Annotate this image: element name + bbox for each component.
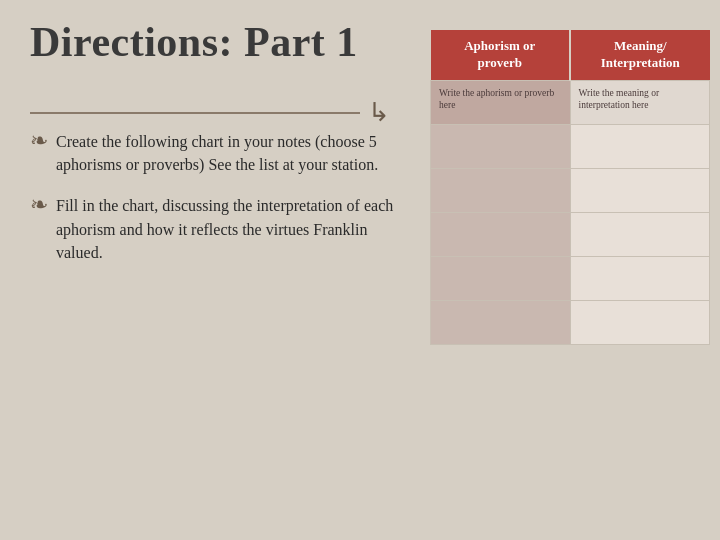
cell-meaning-2 xyxy=(570,124,710,168)
slide: Directions: Part 1 ↳︎ ❧ Create the follo… xyxy=(0,0,720,540)
cell-aphorism-2 xyxy=(431,124,571,168)
cell-aphorism-4 xyxy=(431,212,571,256)
cell-meaning-1: Write the meaning or interpretation here xyxy=(570,80,710,124)
bullet-item-1: ❧ Create the following chart in your not… xyxy=(20,130,410,176)
cell-meaning-6 xyxy=(570,300,710,344)
table-container: Aphorism or proverb Meaning/ Interpretat… xyxy=(430,30,710,345)
divider-line xyxy=(30,112,360,114)
table-header-row: Aphorism or proverb Meaning/ Interpretat… xyxy=(431,30,710,80)
bullet-item-2: ❧ Fill in the chart, discussing the inte… xyxy=(20,194,410,264)
cell-aphorism-5 xyxy=(431,256,571,300)
table-row xyxy=(431,124,710,168)
curl-symbol: ↳︎ xyxy=(368,100,390,126)
table-row: Write the aphorism or proverb here Write… xyxy=(431,80,710,124)
table-row xyxy=(431,300,710,344)
bullet-text-2: Fill in the chart, discussing the interp… xyxy=(56,194,410,264)
bullet-icon-1: ❧ xyxy=(30,128,48,154)
cell-aphorism-3 xyxy=(431,168,571,212)
bullet-icon-2: ❧ xyxy=(30,192,48,218)
col-header-aphorism: Aphorism or proverb xyxy=(431,30,571,80)
divider-row: ↳︎ xyxy=(0,100,420,126)
table-row xyxy=(431,256,710,300)
table-row xyxy=(431,168,710,212)
cell-meaning-4 xyxy=(570,212,710,256)
cell-aphorism-6 xyxy=(431,300,571,344)
cell-meaning-3 xyxy=(570,168,710,212)
content-area: ❧ Create the following chart in your not… xyxy=(20,130,410,282)
cell-aphorism-1: Write the aphorism or proverb here xyxy=(431,80,571,124)
col-header-meaning: Meaning/ Interpretation xyxy=(570,30,710,80)
chart-table: Aphorism or proverb Meaning/ Interpretat… xyxy=(430,30,710,345)
bullet-text-1: Create the following chart in your notes… xyxy=(56,130,410,176)
cell-meaning-5 xyxy=(570,256,710,300)
table-row xyxy=(431,212,710,256)
